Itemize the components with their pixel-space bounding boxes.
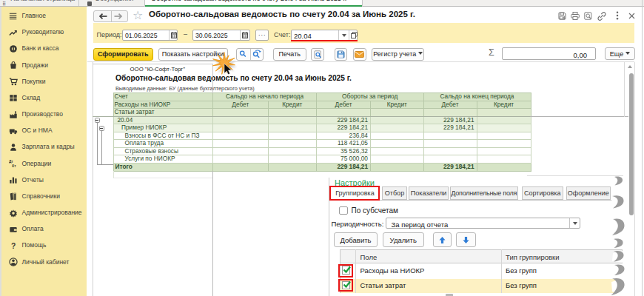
svg-text:?: ?: [11, 242, 16, 250]
svg-text:Кт: Кт: [12, 164, 16, 168]
svg-text:Дт: Дт: [9, 160, 13, 164]
